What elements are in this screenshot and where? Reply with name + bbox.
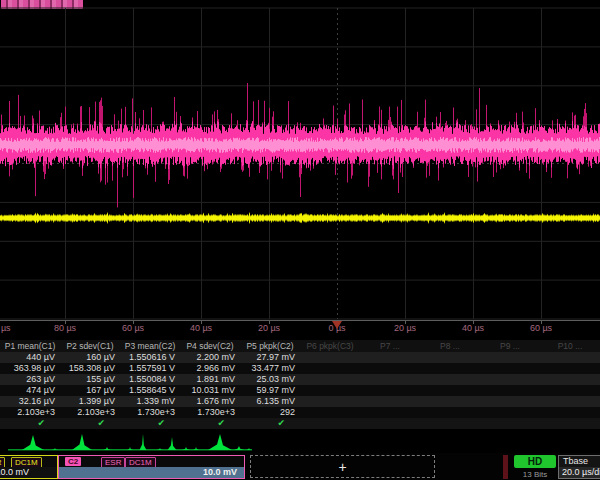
meas-value-cell xyxy=(540,385,600,396)
axis-tick-label: 80 µs xyxy=(43,323,87,333)
timebase-descriptor[interactable]: Tbase 20.0 µs/div xyxy=(558,455,600,479)
oscilloscope-screen: 100 µs80 µs60 µs40 µs20 µs0 µs20 µs40 µs… xyxy=(0,0,600,480)
measurement-histicons[interactable] xyxy=(0,430,600,452)
meas-header-p1[interactable]: P1 mean(C1) xyxy=(0,340,60,352)
meas-header-p8[interactable]: P8 ... xyxy=(420,340,480,352)
meas-value-cell: 59.97 mV xyxy=(240,385,300,396)
meas-value-cell: 158.308 µV xyxy=(60,363,120,374)
meas-value-cell: 1.557591 V xyxy=(120,363,180,374)
meas-value-cell: 1.550084 V xyxy=(120,374,180,385)
plus-icon: + xyxy=(338,459,346,475)
meas-value-cell xyxy=(540,407,600,418)
meas-status-check: ✔ xyxy=(240,418,300,429)
meas-header-p2[interactable]: P2 sdev(C1) xyxy=(60,340,120,352)
meas-value-cell xyxy=(420,385,480,396)
meas-status-check: ✔ xyxy=(120,418,180,429)
meas-header-p10[interactable]: P10 ... xyxy=(540,340,600,352)
meas-value-cell: 1.730e+3 xyxy=(180,407,240,418)
meas-value-cell xyxy=(540,374,600,385)
trace-c2 xyxy=(1,83,600,207)
meas-value-cell xyxy=(360,352,420,363)
channel-c1-descriptor[interactable]: C1 ESR DC1M 10.0 mV xyxy=(0,455,58,479)
meas-value-cell xyxy=(420,363,480,374)
meas-value-cell: 2.103e+3 xyxy=(60,407,120,418)
meas-value-cell xyxy=(300,385,360,396)
meas-value-cell xyxy=(300,352,360,363)
meas-value-cell: 25.03 mV xyxy=(240,374,300,385)
histicon-peak xyxy=(22,435,44,450)
histicon-peak xyxy=(140,434,147,450)
meas-value-cell xyxy=(300,407,360,418)
meas-value-cell xyxy=(480,385,540,396)
meas-value-cell: 1.399 µV xyxy=(60,396,120,407)
axis-tick-label: 40 µs xyxy=(179,323,223,333)
meas-value-cell xyxy=(480,363,540,374)
histicon-peak xyxy=(72,434,92,450)
meas-value-cell: 1.558645 V xyxy=(120,385,180,396)
trace-c1 xyxy=(1,213,600,224)
meas-value-cell: 10.031 mV xyxy=(180,385,240,396)
axis-tick-label: 100 µs xyxy=(0,323,19,333)
meas-value-cell xyxy=(360,374,420,385)
meas-value-cell xyxy=(420,374,480,385)
axis-tick-label: 60 µs xyxy=(111,323,155,333)
meas-value-cell: 440 µV xyxy=(0,352,60,363)
meas-header-p4[interactable]: P4 sdev(C2) xyxy=(180,340,240,352)
measurement-table: P1 mean(C1)P2 sdev(C1)P3 mean(C2)P4 sdev… xyxy=(0,340,600,429)
meas-value-cell: 32.16 µV xyxy=(0,396,60,407)
meas-status-check xyxy=(540,418,600,429)
meas-value-cell: 33.477 mV xyxy=(240,363,300,374)
hd-mode-badge[interactable]: HD xyxy=(514,455,556,468)
hidden-descriptor-edge xyxy=(503,455,508,479)
meas-status-check: ✔ xyxy=(60,418,120,429)
meas-header-p6[interactable]: P6 pkpk(C3) xyxy=(300,340,360,352)
meas-status-check: ✔ xyxy=(0,418,60,429)
meas-status-check xyxy=(420,418,480,429)
meas-value-cell xyxy=(480,374,540,385)
meas-value-cell xyxy=(480,407,540,418)
meas-value-cell xyxy=(360,363,420,374)
meas-value-cell xyxy=(540,352,600,363)
axis-tick-label: 20 µs xyxy=(383,323,427,333)
meas-status-check xyxy=(300,418,360,429)
add-trace-button[interactable]: + xyxy=(250,455,435,478)
meas-status-check xyxy=(360,418,420,429)
meas-value-cell: 1.550616 V xyxy=(120,352,180,363)
meas-value-cell: 27.97 mV xyxy=(240,352,300,363)
waveform-grid xyxy=(0,0,600,338)
trigger-position-marker[interactable] xyxy=(332,321,342,329)
c2-vertical-scale: 10.0 mV xyxy=(59,467,244,478)
axis-tick-label: 60 µs xyxy=(519,323,563,333)
meas-header-p5[interactable]: P5 pkpk(C2) xyxy=(240,340,300,352)
meas-value-cell xyxy=(540,363,600,374)
meas-header-p3[interactable]: P3 mean(C2) xyxy=(120,340,180,352)
meas-status-check xyxy=(480,418,540,429)
meas-value-cell: 6.135 mV xyxy=(240,396,300,407)
meas-value-cell: 363.98 µV xyxy=(0,363,60,374)
meas-header-p7[interactable]: P7 ... xyxy=(360,340,420,352)
meas-value-cell xyxy=(420,352,480,363)
meas-value-cell: 1.339 mV xyxy=(120,396,180,407)
meas-value-cell: 292 xyxy=(240,407,300,418)
hd-bits-label: 13 Bits xyxy=(514,470,556,479)
meas-value-cell xyxy=(360,385,420,396)
descriptor-bar: C1 ESR DC1M 10.0 mV C2 ESR DC1M 10.0 mV … xyxy=(0,453,600,480)
meas-value-cell: 1.676 mV xyxy=(180,396,240,407)
axis-tick-label: 40 µs xyxy=(451,323,495,333)
meas-header-p9[interactable]: P9 ... xyxy=(480,340,540,352)
meas-value-cell xyxy=(360,407,420,418)
meas-value-cell: 160 µV xyxy=(60,352,120,363)
channel-c2-descriptor[interactable]: C2 ESR DC1M 10.0 mV xyxy=(58,455,245,479)
meas-value-cell xyxy=(360,396,420,407)
meas-value-cell: 2.966 mV xyxy=(180,363,240,374)
meas-value-cell xyxy=(420,407,480,418)
meas-value-cell: 263 µV xyxy=(0,374,60,385)
timebase-title: Tbase xyxy=(559,456,600,467)
meas-value-cell: 474 µV xyxy=(0,385,60,396)
histicon-peak xyxy=(168,437,177,450)
axis-tick-label: 20 µs xyxy=(247,323,291,333)
meas-value-cell: 2.200 mV xyxy=(180,352,240,363)
meas-value-cell: 155 µV xyxy=(60,374,120,385)
meas-value-cell xyxy=(300,363,360,374)
meas-value-cell: 167 µV xyxy=(60,385,120,396)
